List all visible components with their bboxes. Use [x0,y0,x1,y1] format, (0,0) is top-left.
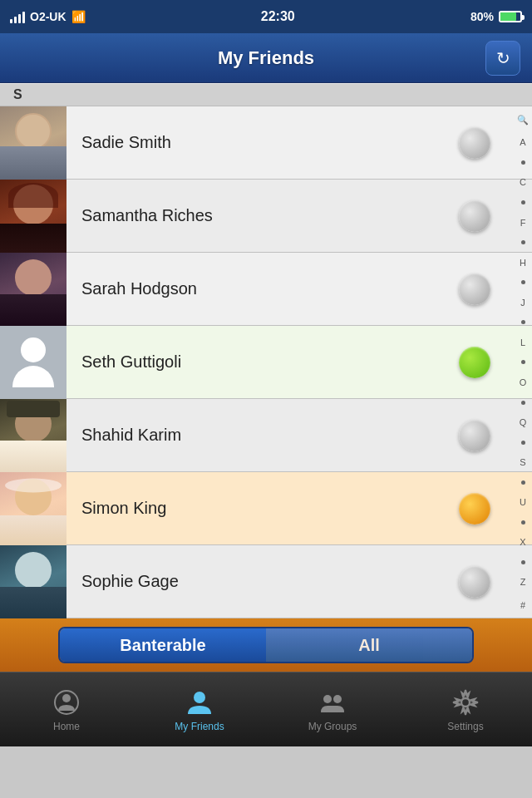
filter-banterable[interactable]: Banterable [60,628,266,662]
battery-icon [499,11,522,22]
status-right: 80% [470,10,522,23]
status-indicator [459,127,490,159]
signal-bars [10,10,25,23]
alpha-dot [521,360,525,364]
friend-name: Sophie Gage [66,572,459,591]
my-groups-icon [318,687,347,717]
avatar [0,326,66,399]
status-indicator [459,493,490,525]
status-bar: O2-UK 📶 22:30 80% [0,0,532,33]
alpha-c[interactable]: C [520,177,526,187]
avatar [0,253,66,326]
signal-bar-2 [14,17,17,23]
my-friends-icon [185,687,214,717]
avatar [0,545,66,618]
filter-segmented: Banterable All [58,627,474,663]
status-time: 22:30 [261,9,295,24]
alpha-dot [521,200,525,204]
signal-bar-1 [10,19,12,23]
tab-settings[interactable]: Settings [399,672,532,746]
tab-home-label: Home [53,721,80,732]
settings-icon [451,687,480,717]
status-indicator [459,200,490,232]
tab-my-groups[interactable]: My Groups [266,672,399,746]
signal-bar-4 [22,12,25,23]
friend-row[interactable]: Sarah Hodgson [0,253,532,326]
alpha-o[interactable]: O [520,377,527,387]
svg-point-3 [323,695,332,703]
friend-name: Samantha Riches [66,206,459,225]
tab-settings-label: Settings [447,721,483,732]
status-indicator [459,566,490,598]
svg-point-2 [194,692,205,703]
alpha-z[interactable]: Z [520,577,526,587]
home-icon [52,687,81,717]
alpha-dot [521,160,525,165]
tab-my-friends-label: My Friends [175,721,224,732]
nav-header: My Friends ↻ [0,33,532,83]
alpha-x[interactable]: X [520,537,525,547]
alpha-u[interactable]: U [520,497,526,507]
avatar [0,180,66,253]
tab-my-friends[interactable]: My Friends [133,672,266,746]
avatar [0,106,66,180]
status-indicator [459,273,490,305]
alpha-h[interactable]: H [520,258,526,268]
alpha-dot [521,240,525,244]
avatar [0,399,66,472]
friend-name: Simon King [66,499,459,518]
alpha-dot [521,441,525,445]
filter-all[interactable]: All [266,628,472,662]
friend-row[interactable]: Shahid Karim [0,399,532,472]
alpha-dot [521,280,525,284]
refresh-icon: ↻ [496,48,510,68]
friend-row[interactable]: Simon King [0,472,532,545]
alpha-dot [521,480,525,485]
alpha-q[interactable]: Q [520,417,527,427]
carrier-name: O2-UK [30,10,66,23]
status-left: O2-UK 📶 [10,10,86,23]
status-indicator [459,420,490,451]
refresh-button[interactable]: ↻ [485,41,520,76]
alpha-index: 🔍 A C F H J L O Q S U X Z # [517,106,529,618]
alpha-dot [521,320,525,324]
wifi-icon: 📶 [71,10,86,23]
svg-point-4 [333,695,342,703]
alpha-s[interactable]: S [520,457,525,467]
avatar [0,472,66,545]
svg-point-5 [461,698,470,707]
friend-row[interactable]: Seth Guttigoli [0,326,532,399]
tab-home[interactable]: Home [0,672,133,746]
alpha-dot [521,520,525,525]
alpha-dot [521,560,525,564]
alpha-l[interactable]: L [520,337,525,347]
alpha-f[interactable]: F [520,218,526,228]
section-header: S [0,83,532,106]
signal-bar-3 [18,14,21,23]
status-indicator [459,347,490,378]
tab-bar: Home My Friends My Groups [0,672,532,746]
friend-row[interactable]: Sophie Gage [0,545,532,618]
page-title: My Friends [218,47,314,69]
alpha-hash[interactable]: # [520,600,525,610]
filter-bar: Banterable All [0,618,532,672]
friend-name: Sarah Hodgson [66,279,459,298]
alpha-search[interactable]: 🔍 [517,115,529,125]
friend-row[interactable]: Sadie Smith [0,106,532,180]
friend-row[interactable]: Samantha Riches [0,180,532,253]
friend-name: Shahid Karim [66,426,459,445]
friend-name: Sadie Smith [66,133,459,152]
friend-name: Seth Guttigoli [66,352,459,372]
alpha-dot [521,401,525,405]
alpha-j[interactable]: J [520,298,525,308]
friends-list: Sadie Smith Samantha Riches Sarah Hodgso… [0,106,532,618]
tab-my-groups-label: My Groups [308,721,357,732]
battery-percent: 80% [470,10,494,23]
alpha-a[interactable]: A [520,137,525,147]
svg-point-1 [62,694,71,702]
section-letter: S [13,87,22,101]
